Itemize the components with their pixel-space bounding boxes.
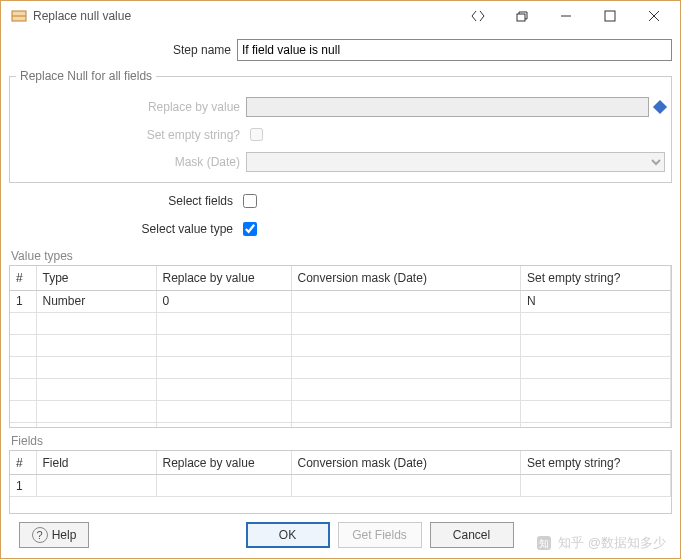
- app-icon: [11, 8, 27, 24]
- minimize-button[interactable]: [544, 2, 588, 30]
- svg-rect-2: [517, 14, 525, 21]
- window-title: Replace null value: [33, 9, 131, 23]
- close-button[interactable]: [632, 2, 676, 30]
- table-row[interactable]: 1 Number 0 N: [10, 290, 671, 312]
- select-fields-row: Select fields: [9, 191, 672, 211]
- cell-empty[interactable]: [521, 475, 671, 497]
- dialog-content: Step name Replace Null for all fields Re…: [1, 31, 680, 558]
- variable-picker-icon[interactable]: [653, 100, 667, 114]
- step-name-row: Step name: [9, 39, 672, 61]
- button-bar: ? Help OK Get Fields Cancel: [9, 514, 672, 552]
- value-types-table-wrap: # Type Replace by value Conversion mask …: [9, 265, 672, 428]
- mask-row: Mask (Date): [16, 152, 665, 172]
- select-value-type-row: Select value type: [9, 219, 672, 239]
- step-name-label: Step name: [9, 43, 237, 57]
- cell-num: 1: [10, 290, 36, 312]
- replace-by-value-label: Replace by value: [16, 100, 246, 114]
- fields-table-wrap: # Field Replace by value Conversion mask…: [9, 450, 672, 514]
- col-num: #: [10, 451, 36, 475]
- svg-rect-4: [605, 11, 615, 21]
- col-type: Type: [36, 266, 156, 290]
- ok-button[interactable]: OK: [246, 522, 330, 548]
- help-button[interactable]: ? Help: [19, 522, 89, 548]
- step-name-input[interactable]: [237, 39, 672, 61]
- select-value-type-checkbox[interactable]: [243, 222, 257, 236]
- restore-down-icon[interactable]: [500, 2, 544, 30]
- replace-by-value-input: [246, 97, 649, 117]
- cell-replace[interactable]: [156, 475, 291, 497]
- table-header-row: # Type Replace by value Conversion mask …: [10, 266, 671, 290]
- col-num: #: [10, 266, 36, 290]
- cell-field[interactable]: [36, 475, 156, 497]
- fields-table[interactable]: # Field Replace by value Conversion mask…: [10, 451, 671, 498]
- table-row[interactable]: 1: [10, 475, 671, 497]
- col-mask: Conversion mask (Date): [291, 266, 521, 290]
- help-label: Help: [52, 528, 77, 542]
- help-icon: ?: [32, 527, 48, 543]
- col-replace: Replace by value: [156, 266, 291, 290]
- mask-label: Mask (Date): [16, 155, 246, 169]
- cell-mask[interactable]: [291, 475, 521, 497]
- table-row[interactable]: [10, 400, 671, 422]
- table-row[interactable]: [10, 378, 671, 400]
- select-value-type-label: Select value type: [9, 222, 239, 236]
- group-legend: Replace Null for all fields: [16, 69, 156, 83]
- nav-back-forward-icon[interactable]: [456, 2, 500, 30]
- col-mask: Conversion mask (Date): [291, 451, 521, 475]
- cancel-button[interactable]: Cancel: [430, 522, 514, 548]
- titlebar: Replace null value: [1, 1, 680, 31]
- maximize-button[interactable]: [588, 2, 632, 30]
- set-empty-checkbox: [250, 128, 263, 141]
- cell-mask[interactable]: [291, 290, 521, 312]
- set-empty-row: Set empty string?: [16, 125, 665, 144]
- value-types-label: Value types: [11, 249, 670, 263]
- replace-null-all-group: Replace Null for all fields Replace by v…: [9, 69, 672, 183]
- get-fields-button: Get Fields: [338, 522, 422, 548]
- table-row[interactable]: [10, 422, 671, 428]
- col-replace: Replace by value: [156, 451, 291, 475]
- col-empty: Set empty string?: [521, 451, 671, 475]
- select-fields-checkbox[interactable]: [243, 194, 257, 208]
- select-fields-label: Select fields: [9, 194, 239, 208]
- col-field: Field: [36, 451, 156, 475]
- table-row[interactable]: [10, 312, 671, 334]
- col-empty: Set empty string?: [521, 266, 671, 290]
- mask-select: [246, 152, 665, 172]
- cell-num: 1: [10, 475, 36, 497]
- table-row[interactable]: [10, 356, 671, 378]
- table-row[interactable]: [10, 334, 671, 356]
- cell-type[interactable]: Number: [36, 290, 156, 312]
- table-header-row: # Field Replace by value Conversion mask…: [10, 451, 671, 475]
- set-empty-label: Set empty string?: [16, 128, 246, 142]
- fields-label: Fields: [11, 434, 670, 448]
- cell-replace[interactable]: 0: [156, 290, 291, 312]
- cell-empty[interactable]: N: [521, 290, 671, 312]
- replace-by-value-row: Replace by value: [16, 97, 665, 117]
- value-types-table[interactable]: # Type Replace by value Conversion mask …: [10, 266, 671, 428]
- dialog-window: Replace null value Step name Replace Nul…: [0, 0, 681, 559]
